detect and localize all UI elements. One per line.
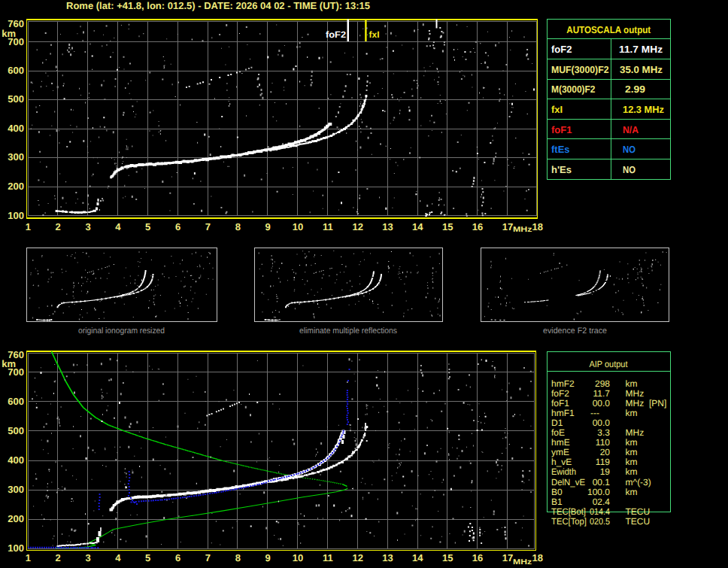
svg-text:11: 11 [323,221,333,232]
svg-text:9: 9 [265,221,270,232]
svg-text:600: 600 [8,396,24,407]
svg-text:2: 2 [56,221,61,232]
svg-text:km: km [626,437,638,448]
svg-text:4: 4 [115,552,121,563]
svg-text:15: 15 [442,552,453,563]
svg-text:5: 5 [145,221,150,232]
svg-text:[PN]: [PN] [649,398,666,409]
svg-text:6: 6 [175,552,180,563]
svg-text:20: 20 [600,447,611,457]
svg-text:evidence F2 trace: evidence F2 trace [543,327,607,336]
svg-text:18: 18 [532,552,543,563]
svg-text:2.99: 2.99 [625,84,645,95]
svg-text:14: 14 [412,552,423,563]
svg-text:AUTOSCALA output: AUTOSCALA output [566,24,651,35]
svg-text:MHz: MHz [626,427,645,438]
svg-text:00.0: 00.0 [593,418,611,428]
svg-text:4: 4 [115,221,121,232]
svg-text:original ionogram resized: original ionogram resized [78,327,165,336]
svg-text:2: 2 [56,552,61,563]
svg-text:Ewidth: Ewidth [551,466,576,477]
svg-text:12: 12 [352,552,362,563]
svg-text:ymE: ymE [551,447,569,457]
svg-text:h'Es: h'Es [551,164,572,175]
svg-text:foF1: foF1 [551,124,572,135]
svg-text:200: 200 [8,181,24,192]
svg-text:7: 7 [205,552,211,563]
svg-text:km: km [626,408,638,418]
svg-text:NO: NO [623,144,635,155]
svg-text:3: 3 [85,552,90,563]
svg-text:foF2: foF2 [551,44,572,55]
svg-text:MUF(3000)F2: MUF(3000)F2 [551,64,609,75]
svg-text:119: 119 [596,457,610,467]
svg-text:Rome (lat: +41.8, lon: 012.5): Rome (lat: +41.8, lon: 012.5) - DATE: 20… [66,0,370,11]
svg-text:8: 8 [235,221,241,232]
svg-text:10: 10 [293,221,303,232]
svg-text:17: 17 [502,221,513,232]
svg-text:km: km [626,447,638,457]
svg-text:12: 12 [352,221,362,232]
svg-text:6: 6 [175,221,180,232]
svg-text:00.0: 00.0 [593,398,611,409]
svg-text:02.4: 02.4 [593,497,611,507]
svg-text:DelN_vE: DelN_vE [551,477,585,488]
svg-text:14: 14 [412,221,423,232]
svg-text:N/A: N/A [623,124,639,135]
svg-text:13: 13 [382,221,393,232]
svg-text:00.1: 00.1 [593,477,611,488]
svg-text:15: 15 [442,221,453,232]
svg-text:TEC[Top]: TEC[Top] [551,516,587,527]
svg-text:m^(-3): m^(-3) [626,477,651,488]
svg-text:foF2: foF2 [326,29,346,40]
svg-text:foE: foE [551,427,565,438]
svg-text:h_vE: h_vE [551,457,572,467]
svg-text:foF2: foF2 [551,388,569,399]
svg-text:500: 500 [8,93,24,105]
svg-text:AIP output: AIP output [590,359,629,369]
svg-text:400: 400 [8,123,24,134]
svg-text:11: 11 [323,552,333,563]
svg-text:7: 7 [205,221,211,232]
svg-text:B0: B0 [551,487,563,497]
svg-text:13: 13 [382,552,393,563]
svg-text:B1: B1 [551,497,563,507]
svg-text:17: 17 [502,552,513,563]
svg-text:NO: NO [623,164,635,175]
svg-text:MHz: MHz [513,226,532,234]
svg-text:16: 16 [472,221,483,232]
svg-text:18: 18 [532,221,543,232]
svg-text:020.5: 020.5 [590,516,610,527]
svg-text:km: km [626,487,638,497]
svg-text:300: 300 [8,484,24,495]
svg-text:8: 8 [235,552,241,563]
svg-text:MHz: MHz [626,398,645,409]
svg-text:km: km [626,466,638,477]
svg-text:---: --- [590,408,599,418]
svg-text:MHz: MHz [626,388,645,399]
svg-text:foF1: foF1 [551,398,569,409]
svg-text:110: 110 [596,437,610,448]
svg-text:19: 19 [600,466,611,477]
svg-text:298: 298 [595,378,610,389]
svg-text:1: 1 [26,552,31,563]
svg-text:TECU: TECU [626,506,651,517]
svg-text:TECU: TECU [626,516,651,527]
svg-text:500: 500 [8,425,24,436]
svg-text:200: 200 [8,513,24,524]
svg-text:MHz: MHz [513,558,532,566]
svg-text:fxI: fxI [369,29,380,40]
svg-text:12.3 MHz: 12.3 MHz [623,104,664,115]
svg-text:TEC[Bot]: TEC[Bot] [551,506,586,517]
svg-text:fxI: fxI [551,104,563,115]
svg-text:100.0: 100.0 [587,487,610,497]
svg-text:300: 300 [8,151,24,163]
svg-text:ftEs: ftEs [551,144,570,155]
svg-text:014.4: 014.4 [590,506,610,517]
svg-text:5: 5 [145,552,150,563]
svg-text:100: 100 [8,542,24,554]
svg-text:35.0 MHz: 35.0 MHz [620,64,663,75]
svg-text:11.7: 11.7 [593,388,611,399]
svg-text:700: 700 [8,36,24,47]
svg-text:D1: D1 [551,418,563,428]
